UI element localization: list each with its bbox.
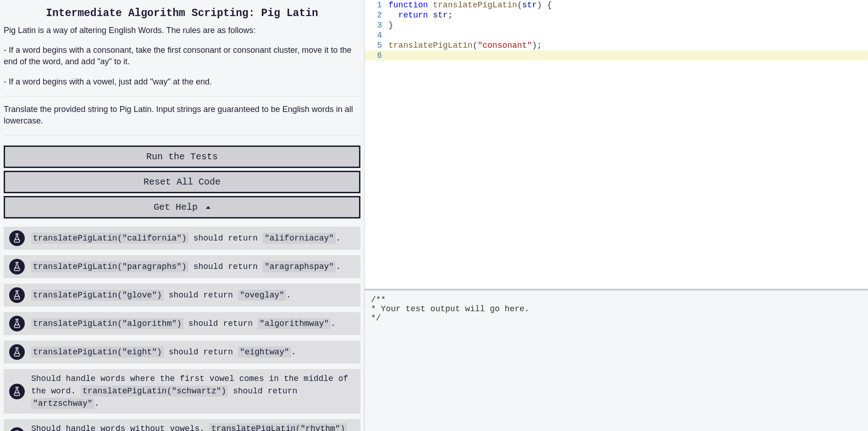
desc-instruction: Translate the provided string to Pig Lat… [4, 104, 360, 127]
line-number: 3 [365, 20, 388, 30]
flask-icon [9, 230, 25, 246]
flask-icon [9, 344, 25, 360]
divider [4, 135, 360, 135]
line-number: 5 [365, 40, 388, 50]
divider [4, 96, 360, 96]
desc-para: - If a word begins with a consonant, tak… [4, 45, 360, 67]
code-line[interactable]: 3} [365, 20, 868, 30]
desc-para: Pig Latin is a way of altering English W… [4, 25, 360, 36]
desc-para: - If a word begins with a vowel, just ad… [4, 76, 360, 88]
test-text: Should handle words without vowels. tran… [31, 423, 358, 431]
action-buttons: Run the Tests Reset All Code Get Help [4, 146, 360, 218]
line-number: 1 [365, 0, 388, 10]
run-tests-button[interactable]: Run the Tests [4, 146, 360, 168]
test-text: translatePigLatin("paragraphs") should r… [31, 261, 341, 273]
right-panel: 1function translatePigLatin(str) {2 retu… [365, 0, 868, 431]
line-number: 6 [365, 50, 388, 61]
test-text: translatePigLatin("glove") should return… [31, 289, 291, 302]
test-row: translatePigLatin("eight") should return… [4, 341, 360, 364]
code-editor[interactable]: 1function translatePigLatin(str) {2 retu… [365, 0, 868, 289]
test-text: translatePigLatin("california") should r… [31, 232, 341, 245]
code-content[interactable]: return str; [388, 10, 453, 20]
instructions-panel: Intermediate Algorithm Scripting: Pig La… [0, 0, 365, 431]
test-list: translatePigLatin("california") should r… [4, 227, 360, 431]
test-row: translatePigLatin("algorithm") should re… [4, 312, 360, 335]
flask-icon [9, 259, 25, 274]
caret-up-icon [206, 206, 210, 209]
challenge-description: Pig Latin is a way of altering English W… [4, 25, 360, 135]
test-row: translatePigLatin("glove") should return… [4, 284, 360, 307]
test-row: translatePigLatin("california") should r… [4, 227, 360, 250]
code-line[interactable]: 5translatePigLatin("consonant"); [365, 40, 868, 50]
flask-icon [9, 287, 25, 303]
code-line[interactable]: 4 [365, 30, 868, 40]
code-content[interactable]: } [388, 20, 393, 30]
flask-icon [9, 427, 25, 431]
flask-icon [9, 316, 25, 331]
test-text: translatePigLatin("algorithm") should re… [31, 318, 336, 330]
get-help-label: Get Help [154, 202, 198, 213]
test-row: Should handle words without vowels. tran… [4, 419, 360, 431]
code-content[interactable]: function translatePigLatin(str) { [388, 0, 552, 10]
code-line[interactable]: 1function translatePigLatin(str) { [365, 0, 868, 10]
test-row: Should handle words where the first vowe… [4, 369, 360, 414]
reset-code-button[interactable]: Reset All Code [4, 171, 360, 193]
code-line[interactable]: 2 return str; [365, 10, 868, 20]
test-text: translatePigLatin("eight") should return… [31, 346, 296, 358]
code-line[interactable]: 6 [365, 50, 868, 61]
challenge-title: Intermediate Algorithm Scripting: Pig La… [4, 7, 360, 19]
line-number: 4 [365, 30, 388, 40]
test-row: translatePigLatin("paragraphs") should r… [4, 255, 360, 278]
code-content[interactable]: translatePigLatin("consonant"); [388, 40, 542, 50]
flask-icon [9, 384, 25, 399]
test-output: /** * Your test output will go here. */ [365, 289, 868, 431]
test-text: Should handle words where the first vowe… [31, 373, 358, 410]
line-number: 2 [365, 10, 388, 20]
get-help-button[interactable]: Get Help [4, 196, 360, 218]
